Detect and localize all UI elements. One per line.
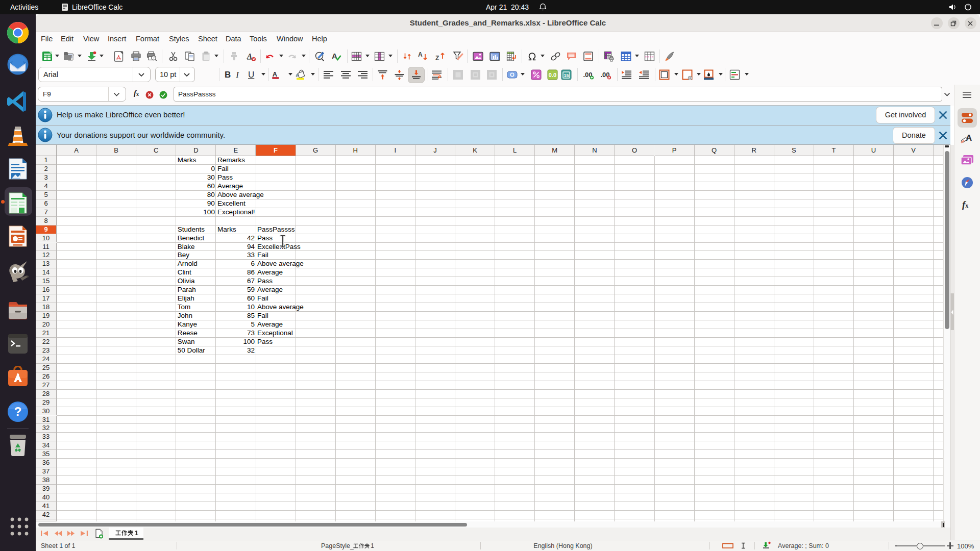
svg-text:0.0: 0.0	[549, 72, 556, 78]
svg-text:?: ?	[14, 405, 22, 418]
svg-text:15: 15	[564, 73, 569, 78]
svg-text:Z: Z	[435, 55, 439, 62]
svg-text:A: A	[273, 70, 277, 78]
svg-text:A: A	[418, 51, 423, 58]
svg-text:A: A	[247, 52, 252, 60]
